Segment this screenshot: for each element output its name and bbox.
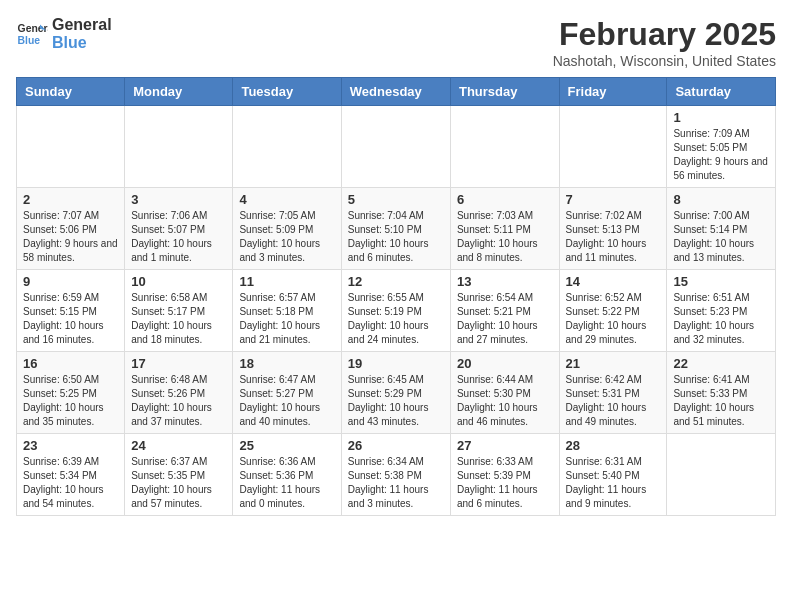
day-cell <box>450 106 559 188</box>
day-info: Sunrise: 6:45 AM Sunset: 5:29 PM Dayligh… <box>348 373 444 429</box>
week-row-2: 2Sunrise: 7:07 AM Sunset: 5:06 PM Daylig… <box>17 188 776 270</box>
day-number: 22 <box>673 356 769 371</box>
day-cell: 15Sunrise: 6:51 AM Sunset: 5:23 PM Dayli… <box>667 270 776 352</box>
day-info: Sunrise: 7:09 AM Sunset: 5:05 PM Dayligh… <box>673 127 769 183</box>
day-info: Sunrise: 6:31 AM Sunset: 5:40 PM Dayligh… <box>566 455 661 511</box>
weekday-header-thursday: Thursday <box>450 78 559 106</box>
day-number: 17 <box>131 356 226 371</box>
location-text: Nashotah, Wisconsin, United States <box>553 53 776 69</box>
day-number: 12 <box>348 274 444 289</box>
day-cell: 1Sunrise: 7:09 AM Sunset: 5:05 PM Daylig… <box>667 106 776 188</box>
day-info: Sunrise: 6:57 AM Sunset: 5:18 PM Dayligh… <box>239 291 334 347</box>
day-info: Sunrise: 6:55 AM Sunset: 5:19 PM Dayligh… <box>348 291 444 347</box>
day-number: 11 <box>239 274 334 289</box>
day-info: Sunrise: 6:50 AM Sunset: 5:25 PM Dayligh… <box>23 373 118 429</box>
week-row-3: 9Sunrise: 6:59 AM Sunset: 5:15 PM Daylig… <box>17 270 776 352</box>
day-info: Sunrise: 7:00 AM Sunset: 5:14 PM Dayligh… <box>673 209 769 265</box>
day-info: Sunrise: 6:52 AM Sunset: 5:22 PM Dayligh… <box>566 291 661 347</box>
day-info: Sunrise: 6:37 AM Sunset: 5:35 PM Dayligh… <box>131 455 226 511</box>
day-cell: 2Sunrise: 7:07 AM Sunset: 5:06 PM Daylig… <box>17 188 125 270</box>
day-cell: 20Sunrise: 6:44 AM Sunset: 5:30 PM Dayli… <box>450 352 559 434</box>
day-cell: 13Sunrise: 6:54 AM Sunset: 5:21 PM Dayli… <box>450 270 559 352</box>
week-row-4: 16Sunrise: 6:50 AM Sunset: 5:25 PM Dayli… <box>17 352 776 434</box>
day-info: Sunrise: 6:58 AM Sunset: 5:17 PM Dayligh… <box>131 291 226 347</box>
day-cell <box>233 106 341 188</box>
day-cell <box>559 106 667 188</box>
day-number: 2 <box>23 192 118 207</box>
day-info: Sunrise: 7:03 AM Sunset: 5:11 PM Dayligh… <box>457 209 553 265</box>
day-number: 6 <box>457 192 553 207</box>
day-number: 20 <box>457 356 553 371</box>
day-number: 7 <box>566 192 661 207</box>
day-cell: 11Sunrise: 6:57 AM Sunset: 5:18 PM Dayli… <box>233 270 341 352</box>
day-number: 16 <box>23 356 118 371</box>
day-number: 26 <box>348 438 444 453</box>
day-cell: 14Sunrise: 6:52 AM Sunset: 5:22 PM Dayli… <box>559 270 667 352</box>
day-cell: 10Sunrise: 6:58 AM Sunset: 5:17 PM Dayli… <box>125 270 233 352</box>
day-cell: 25Sunrise: 6:36 AM Sunset: 5:36 PM Dayli… <box>233 434 341 516</box>
day-info: Sunrise: 7:06 AM Sunset: 5:07 PM Dayligh… <box>131 209 226 265</box>
week-row-1: 1Sunrise: 7:09 AM Sunset: 5:05 PM Daylig… <box>17 106 776 188</box>
day-info: Sunrise: 6:54 AM Sunset: 5:21 PM Dayligh… <box>457 291 553 347</box>
day-cell <box>341 106 450 188</box>
day-number: 28 <box>566 438 661 453</box>
day-cell: 4Sunrise: 7:05 AM Sunset: 5:09 PM Daylig… <box>233 188 341 270</box>
day-cell: 7Sunrise: 7:02 AM Sunset: 5:13 PM Daylig… <box>559 188 667 270</box>
day-number: 4 <box>239 192 334 207</box>
day-info: Sunrise: 6:51 AM Sunset: 5:23 PM Dayligh… <box>673 291 769 347</box>
day-info: Sunrise: 6:41 AM Sunset: 5:33 PM Dayligh… <box>673 373 769 429</box>
day-number: 18 <box>239 356 334 371</box>
day-number: 5 <box>348 192 444 207</box>
day-cell <box>667 434 776 516</box>
day-cell: 24Sunrise: 6:37 AM Sunset: 5:35 PM Dayli… <box>125 434 233 516</box>
day-info: Sunrise: 6:59 AM Sunset: 5:15 PM Dayligh… <box>23 291 118 347</box>
day-number: 21 <box>566 356 661 371</box>
day-info: Sunrise: 6:48 AM Sunset: 5:26 PM Dayligh… <box>131 373 226 429</box>
weekday-header-wednesday: Wednesday <box>341 78 450 106</box>
day-number: 27 <box>457 438 553 453</box>
day-info: Sunrise: 7:07 AM Sunset: 5:06 PM Dayligh… <box>23 209 118 265</box>
weekday-header-friday: Friday <box>559 78 667 106</box>
title-area: February 2025 Nashotah, Wisconsin, Unite… <box>553 16 776 69</box>
logo-icon: General Blue <box>16 18 48 50</box>
day-number: 19 <box>348 356 444 371</box>
day-info: Sunrise: 6:39 AM Sunset: 5:34 PM Dayligh… <box>23 455 118 511</box>
day-cell: 16Sunrise: 6:50 AM Sunset: 5:25 PM Dayli… <box>17 352 125 434</box>
weekday-header-tuesday: Tuesday <box>233 78 341 106</box>
day-info: Sunrise: 6:34 AM Sunset: 5:38 PM Dayligh… <box>348 455 444 511</box>
day-cell: 21Sunrise: 6:42 AM Sunset: 5:31 PM Dayli… <box>559 352 667 434</box>
logo: General Blue General Blue <box>16 16 112 51</box>
weekday-header-saturday: Saturday <box>667 78 776 106</box>
day-number: 13 <box>457 274 553 289</box>
day-number: 14 <box>566 274 661 289</box>
calendar-table: SundayMondayTuesdayWednesdayThursdayFrid… <box>16 77 776 516</box>
day-number: 23 <box>23 438 118 453</box>
day-number: 8 <box>673 192 769 207</box>
day-cell: 17Sunrise: 6:48 AM Sunset: 5:26 PM Dayli… <box>125 352 233 434</box>
day-cell: 5Sunrise: 7:04 AM Sunset: 5:10 PM Daylig… <box>341 188 450 270</box>
day-cell: 22Sunrise: 6:41 AM Sunset: 5:33 PM Dayli… <box>667 352 776 434</box>
day-number: 1 <box>673 110 769 125</box>
day-info: Sunrise: 6:33 AM Sunset: 5:39 PM Dayligh… <box>457 455 553 511</box>
day-cell: 27Sunrise: 6:33 AM Sunset: 5:39 PM Dayli… <box>450 434 559 516</box>
day-cell: 6Sunrise: 7:03 AM Sunset: 5:11 PM Daylig… <box>450 188 559 270</box>
day-cell: 19Sunrise: 6:45 AM Sunset: 5:29 PM Dayli… <box>341 352 450 434</box>
day-info: Sunrise: 7:05 AM Sunset: 5:09 PM Dayligh… <box>239 209 334 265</box>
logo-blue-text: Blue <box>52 34 112 52</box>
day-cell: 23Sunrise: 6:39 AM Sunset: 5:34 PM Dayli… <box>17 434 125 516</box>
month-title: February 2025 <box>553 16 776 53</box>
weekday-header-row: SundayMondayTuesdayWednesdayThursdayFrid… <box>17 78 776 106</box>
day-info: Sunrise: 6:42 AM Sunset: 5:31 PM Dayligh… <box>566 373 661 429</box>
day-info: Sunrise: 6:47 AM Sunset: 5:27 PM Dayligh… <box>239 373 334 429</box>
day-number: 3 <box>131 192 226 207</box>
logo-general-text: General <box>52 16 112 34</box>
day-info: Sunrise: 6:44 AM Sunset: 5:30 PM Dayligh… <box>457 373 553 429</box>
day-cell <box>17 106 125 188</box>
day-info: Sunrise: 6:36 AM Sunset: 5:36 PM Dayligh… <box>239 455 334 511</box>
day-cell: 8Sunrise: 7:00 AM Sunset: 5:14 PM Daylig… <box>667 188 776 270</box>
day-cell: 18Sunrise: 6:47 AM Sunset: 5:27 PM Dayli… <box>233 352 341 434</box>
day-number: 15 <box>673 274 769 289</box>
day-info: Sunrise: 7:02 AM Sunset: 5:13 PM Dayligh… <box>566 209 661 265</box>
day-number: 24 <box>131 438 226 453</box>
svg-text:Blue: Blue <box>18 34 41 45</box>
